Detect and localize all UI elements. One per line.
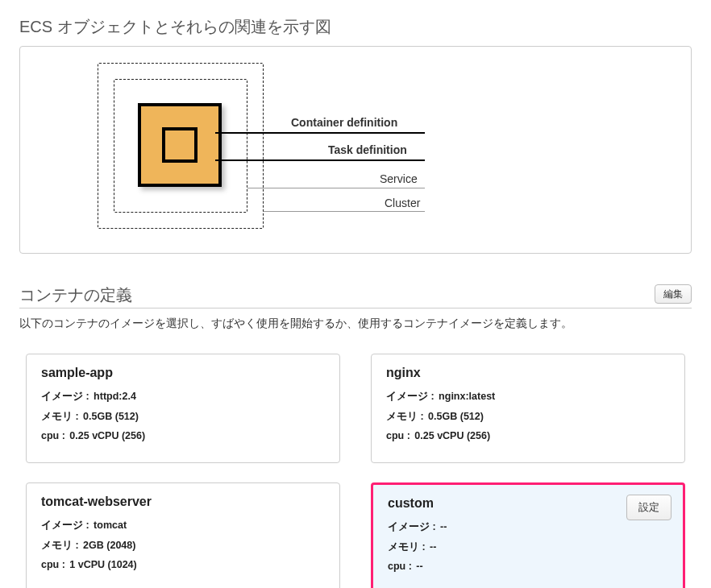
card-image-row: イメージ : nginx:latest (386, 390, 670, 404)
diagram-frame: Container definition Task definition Ser… (19, 46, 692, 254)
task-def-box (138, 103, 222, 187)
card-cpu-value: 1 vCPU (1024) (67, 559, 137, 570)
card-memory-label: メモリ : (386, 411, 424, 422)
container-card-sample-app[interactable]: sample-appイメージ : httpd:2.4メモリ : 0.5GB (5… (26, 354, 340, 463)
diagram-title: ECS オブジェクトとそれらの関連を示す図 (19, 16, 692, 38)
card-cpu-row: cpu : 0.25 vCPU (256) (41, 430, 325, 441)
card-memory-row: メモリ : -- (388, 540, 668, 554)
card-image-row: イメージ : tomcat (41, 519, 325, 532)
card-memory-value: 0.5GB (512) (426, 411, 484, 422)
card-memory-row: メモリ : 0.5GB (512) (41, 410, 325, 424)
container-card-nginx[interactable]: nginxイメージ : nginx:latestメモリ : 0.5GB (512… (371, 354, 685, 463)
card-cpu-label: cpu : (41, 559, 65, 570)
card-image-label: イメージ : (388, 521, 436, 532)
leader-service (247, 188, 425, 188)
container-def-title: コンテナの定義 (19, 284, 132, 306)
leader-cluster (264, 211, 425, 212)
card-memory-label: メモリ : (388, 541, 426, 553)
card-title: tomcat-webserver (41, 495, 325, 509)
container-def-header: コンテナの定義 編集 (19, 284, 692, 308)
card-image-row: イメージ : -- (388, 520, 668, 534)
card-cpu-value: 0.25 vCPU (256) (412, 430, 490, 441)
container-card-tomcat-webserver[interactable]: tomcat-webserverイメージ : tomcatメモリ : 2GB (… (26, 482, 340, 588)
card-memory-label: メモリ : (41, 411, 79, 422)
card-cpu-row: cpu : 0.25 vCPU (256) (386, 430, 670, 441)
card-title: nginx (386, 366, 670, 380)
card-memory-row: メモリ : 0.5GB (512) (386, 410, 670, 424)
card-image-label: イメージ : (386, 391, 434, 402)
container-def-box (162, 127, 198, 163)
card-image-value: nginx:latest (436, 391, 496, 402)
card-image-label: イメージ : (41, 391, 89, 402)
card-grid: sample-appイメージ : httpd:2.4メモリ : 0.5GB (5… (19, 354, 692, 588)
card-image-label: イメージ : (41, 520, 89, 531)
card-cpu-label: cpu : (388, 561, 412, 572)
leader-container (215, 132, 425, 134)
card-image-value: -- (438, 521, 447, 532)
label-task-def: Task definition (328, 143, 407, 156)
leader-task (215, 159, 425, 161)
diagram-stage: Container definition Task definition Ser… (98, 63, 613, 232)
card-cpu-value: 0.25 vCPU (256) (67, 430, 145, 441)
container-card-custom[interactable]: customイメージ : --メモリ : --cpu : --設定 (371, 482, 685, 588)
card-title: sample-app (41, 366, 325, 380)
card-memory-value: 0.5GB (512) (81, 411, 139, 422)
card-cpu-value: -- (414, 561, 423, 572)
card-image-row: イメージ : httpd:2.4 (41, 390, 325, 404)
card-image-value: tomcat (91, 520, 127, 531)
card-memory-value: -- (427, 541, 437, 553)
card-cpu-label: cpu : (386, 430, 410, 441)
card-memory-row: メモリ : 2GB (2048) (41, 539, 325, 553)
card-memory-label: メモリ : (41, 540, 79, 551)
card-settings-button[interactable]: 設定 (626, 495, 672, 520)
label-cluster: Cluster (385, 197, 420, 209)
label-container-def: Container definition (291, 116, 397, 129)
card-memory-value: 2GB (2048) (81, 540, 136, 551)
label-service: Service (380, 172, 418, 185)
container-def-subtitle: 以下のコンテナのイメージを選択し、すばやく使用を開始するか、使用するコンテナイメ… (19, 317, 692, 331)
card-cpu-row: cpu : 1 vCPU (1024) (41, 559, 325, 570)
card-image-value: httpd:2.4 (91, 391, 136, 402)
card-cpu-row: cpu : -- (388, 561, 668, 572)
edit-button[interactable]: 編集 (655, 284, 692, 304)
card-cpu-label: cpu : (41, 430, 65, 441)
